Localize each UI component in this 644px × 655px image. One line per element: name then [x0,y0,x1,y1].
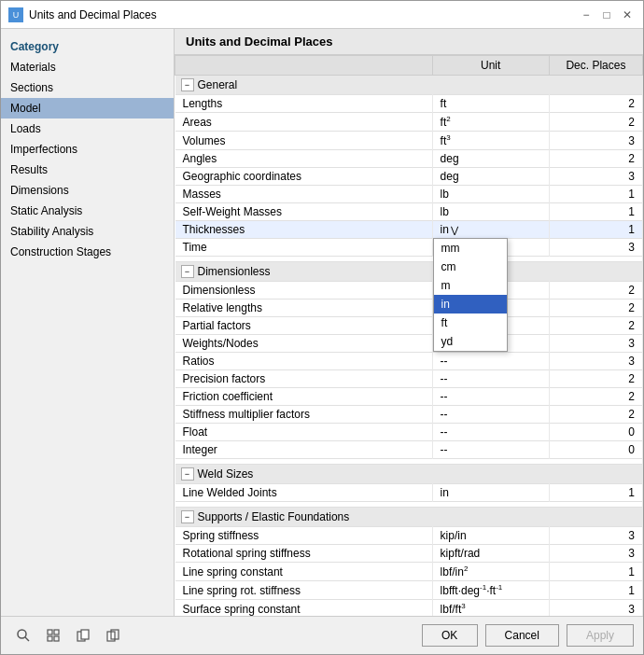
table-row: Angles deg 2 [175,150,643,168]
sidebar-item-construction-stages[interactable]: Construction Stages [1,242,174,262]
dropdown-option-in[interactable]: in [434,295,507,314]
dec-cell: 1 [549,221,642,239]
section-supports: − Supports / Elastic Foundations [175,508,643,527]
dec-cell: 1 [549,563,642,581]
dec-cell: 2 [549,406,642,424]
sidebar-item-results[interactable]: Results [1,160,174,180]
collapse-general[interactable]: − [181,78,194,91]
sidebar-item-sections[interactable]: Sections [1,77,174,98]
dec-cell: 1 [549,203,642,221]
footer-buttons: OK Cancel Apply [422,624,634,647]
row-name: Geographic coordinates [175,168,433,186]
sidebar-item-model[interactable]: Model [1,98,174,118]
close-button[interactable]: ✕ [619,7,636,23]
dec-cell: 1 [549,581,642,600]
title-bar-left: U Units and Decimal Places [8,7,157,22]
row-name: Stiffness multiplier factors [175,406,433,424]
collapse-supports[interactable]: − [181,510,194,523]
sidebar-item-dimensions[interactable]: Dimensions [1,180,174,201]
unit-cell: kipft/rad [432,545,549,563]
thicknesses-row: Thicknesses in ⋁ mm cm m [175,221,643,239]
unit-cell: -- [432,370,549,388]
dec-cell: 3 [549,335,642,353]
dec-cell: 1 [549,484,642,502]
dropdown-option-m[interactable]: m [434,276,507,295]
row-name: Precision factors [175,370,433,388]
table-row: Line spring rot. stiffness lbfft·deg-1·f… [175,581,643,600]
ok-button[interactable]: OK [422,624,478,647]
dropdown-option-mm[interactable]: mm [434,239,507,258]
sidebar-item-stability-analysis[interactable]: Stability Analysis [1,221,174,242]
row-name: Volumes [175,132,433,150]
col-dec-header: Dec. Places [549,56,642,76]
cancel-button[interactable]: Cancel [485,624,559,647]
table-container[interactable]: Unit Dec. Places − General [175,55,643,616]
copy-in-icon-button[interactable] [70,622,96,648]
dropdown-option-cm[interactable]: cm [434,258,507,276]
copy-out-icon-button[interactable] [100,622,126,648]
collapse-dimensionless[interactable]: − [181,265,194,278]
unit-cell: deg [432,150,549,168]
content-area: Category Materials Sections Model Loads … [1,29,643,616]
sidebar-item-imperfections[interactable]: Imperfections [1,139,174,160]
unit-cell: ft2 [432,113,549,132]
sidebar-item-static-analysis[interactable]: Static Analysis [1,201,174,221]
table-row: Relative lengths -- 2 [175,300,643,317]
sidebar-item-materials[interactable]: Materials [1,57,174,77]
units-table: Unit Dec. Places − General [175,55,643,616]
dec-cell: 2 [549,370,642,388]
row-name: Areas [175,113,433,132]
dropdown-option-ft[interactable]: ft [434,314,507,332]
table-row: Float -- 0 [175,424,643,441]
table-row: Surface spring constant lbf/ft3 3 [175,600,643,617]
grid-icon-button[interactable] [40,622,66,648]
thicknesses-unit-cell[interactable]: in ⋁ mm cm m in ft yd [432,221,549,239]
svg-rect-4 [48,630,52,634]
table-row: Spring stiffness kip/in 3 [175,527,643,545]
dec-cell: 2 [549,300,642,317]
row-name: Self-Weight Masses [175,203,433,221]
table-row: Weights/Nodes -- 3 [175,335,643,353]
col-name-header [175,56,433,76]
table-row: Masses lb 1 [175,186,643,203]
row-name: Spring stiffness [175,527,433,545]
unit-cell: lb [432,203,549,221]
unit-cell: lbf/ft3 [432,600,549,617]
sidebar-item-loads[interactable]: Loads [1,118,174,139]
unit-cell: ft3 [432,132,549,150]
row-name: Dimensionless [175,282,433,300]
table-row: Line spring constant lbf/in2 1 [175,563,643,581]
svg-rect-6 [48,636,52,641]
dec-cell: 2 [549,113,642,132]
svg-line-3 [25,637,29,641]
dec-cell: 0 [549,441,642,459]
maximize-button[interactable]: □ [598,7,615,23]
unit-dropdown-popup[interactable]: mm cm m in ft yd [433,238,508,352]
table-row: Integer -- 0 [175,441,643,459]
dec-cell: 3 [549,239,642,257]
search-icon-button[interactable] [10,622,36,648]
table-row: Lengths ft 2 [175,95,643,113]
row-name: Weights/Nodes [175,335,433,353]
collapse-weld-sizes[interactable]: − [181,467,194,481]
row-name: Line Welded Joints [175,484,433,502]
dec-cell: 2 [549,317,642,335]
dropdown-option-yd[interactable]: yd [434,332,507,351]
apply-button[interactable]: Apply [567,624,634,647]
title-controls: − □ ✕ [578,7,636,23]
unit-cell: ft [432,95,549,113]
unit-cell: lbf/in2 [432,563,549,581]
row-name: Time [175,239,433,257]
minimize-button[interactable]: − [578,7,595,23]
row-name: Thicknesses [175,221,433,239]
sidebar: Category Materials Sections Model Loads … [1,29,175,616]
row-name: Relative lengths [175,300,433,317]
unit-cell: -- [432,406,549,424]
svg-rect-5 [54,630,59,634]
dec-cell: 2 [549,282,642,300]
table-row: Areas ft2 2 [175,113,643,132]
sidebar-category: Category [1,36,174,57]
dec-cell: 3 [549,168,642,186]
footer-icons [10,622,126,648]
row-name: Float [175,424,433,441]
